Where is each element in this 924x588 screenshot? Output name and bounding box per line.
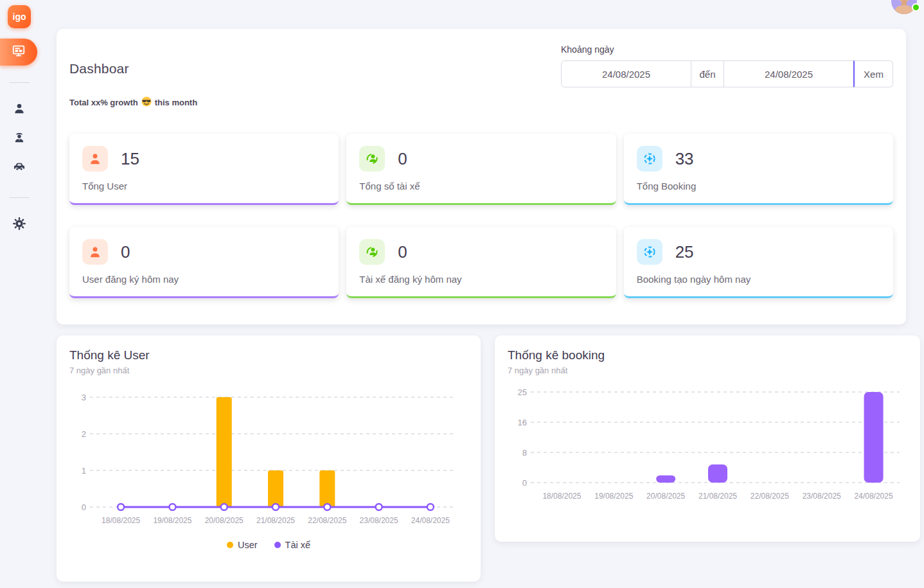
page-title: Dashboar xyxy=(69,61,129,76)
svg-text:2: 2 xyxy=(82,429,86,439)
sidebar-divider xyxy=(9,82,30,83)
stat-label: Booking tạo ngày hôm nay xyxy=(637,274,880,285)
sunglasses-emoji xyxy=(141,96,152,109)
main-content: Dashboar Khoảng ngày 24/08/2025 đến 24/0… xyxy=(57,0,924,582)
svg-text:23/08/2025: 23/08/2025 xyxy=(360,516,398,525)
charts-row: Thống kê User 7 ngày gần nhất 012318/08/… xyxy=(57,335,920,582)
stat-label: Tổng User xyxy=(82,181,326,192)
monitor-icon xyxy=(12,44,26,60)
chart-title: Thống kê booking xyxy=(508,348,907,362)
date-from-input[interactable]: 24/08/2025 xyxy=(561,60,691,87)
svg-text:16: 16 xyxy=(518,418,527,427)
user-stats-chart-card: Thống kê User 7 ngày gần nhất 012318/08/… xyxy=(57,335,481,582)
date-range-label: Khoảng ngày xyxy=(561,44,893,55)
svg-text:0: 0 xyxy=(82,503,86,512)
date-range-block: Khoảng ngày 24/08/2025 đến 24/08/2025 Xe… xyxy=(561,44,893,87)
chart-title: Thống kê User xyxy=(69,348,468,362)
svg-text:3: 3 xyxy=(82,393,86,402)
growth-subtitle: Total xx% growth this month xyxy=(69,96,893,109)
stat-label: Tài xế đăng ký hôm nay xyxy=(359,274,603,285)
sidebar-item-drivers[interactable] xyxy=(12,130,27,146)
driver-sync-icon xyxy=(359,146,385,172)
booking-target-icon xyxy=(637,146,662,172)
app-logo[interactable]: igo xyxy=(8,5,31,28)
car-icon xyxy=(12,159,26,175)
stat-value: 0 xyxy=(121,242,130,262)
sidebar-item-settings[interactable] xyxy=(12,217,27,233)
booking-chart-canvas: 08162518/08/202519/08/202520/08/202521/0… xyxy=(508,384,906,518)
booking-target-icon xyxy=(637,239,662,265)
app-logo-text: igo xyxy=(13,12,26,22)
stat-card-total-drivers: 0 Tổng số tài xế xyxy=(346,134,616,205)
view-button[interactable]: Xem xyxy=(853,60,893,87)
stat-value: 0 xyxy=(398,242,407,262)
user-icon xyxy=(82,239,108,265)
legend-dot xyxy=(274,542,281,548)
svg-text:22/08/2025: 22/08/2025 xyxy=(751,492,789,501)
stat-value: 0 xyxy=(398,149,407,169)
legend-dot xyxy=(227,542,233,548)
sidebar-item-vehicles[interactable] xyxy=(12,159,27,175)
svg-text:8: 8 xyxy=(522,448,527,458)
stat-label: Tổng số tài xế xyxy=(359,181,603,192)
svg-text:24/08/2025: 24/08/2025 xyxy=(855,492,893,501)
dashboard-summary-card: Dashboar Khoảng ngày 24/08/2025 đến 24/0… xyxy=(57,29,906,325)
svg-text:18/08/2025: 18/08/2025 xyxy=(102,516,140,525)
stat-card-total-bookings: 33 Tổng Booking xyxy=(624,134,893,205)
svg-text:22/08/2025: 22/08/2025 xyxy=(308,516,346,525)
stat-value: 33 xyxy=(675,149,694,169)
svg-text:20/08/2025: 20/08/2025 xyxy=(205,516,244,525)
stat-grid: 15 Tổng User 0 Tổng số tài xế xyxy=(69,134,893,298)
stat-card-bookings-today: 25 Booking tạo ngày hôm nay xyxy=(624,227,893,298)
booking-stats-chart-card: Thống kê booking 7 ngày gần nhất 0816251… xyxy=(495,335,920,542)
legend-item-user[interactable]: User xyxy=(227,540,258,550)
sidebar-divider xyxy=(9,197,30,198)
legend-item-driver[interactable]: Tài xế xyxy=(274,540,311,550)
svg-text:24/08/2025: 24/08/2025 xyxy=(411,516,450,525)
stat-card-total-users: 15 Tổng User xyxy=(69,134,339,205)
stat-card-drivers-today: 0 Tài xế đăng ký hôm nay xyxy=(346,227,616,298)
svg-text:21/08/2025: 21/08/2025 xyxy=(256,516,295,525)
user-icon xyxy=(12,102,26,118)
gear-icon xyxy=(12,217,26,233)
sidebar: igo xyxy=(0,0,44,588)
svg-text:1: 1 xyxy=(82,466,86,476)
chart-subtitle: 7 ngày gần nhất xyxy=(508,366,907,375)
user-icon xyxy=(82,146,108,172)
sidebar-item-users[interactable] xyxy=(12,102,27,118)
chart-legend: User Tài xế xyxy=(69,540,468,550)
svg-text:20/08/2025: 20/08/2025 xyxy=(646,492,685,501)
stat-label: User đăng ký hôm nay xyxy=(82,274,326,285)
driver-icon xyxy=(12,130,26,147)
date-to-input[interactable]: 24/08/2025 xyxy=(724,60,854,87)
svg-text:18/08/2025: 18/08/2025 xyxy=(542,492,581,501)
svg-text:0: 0 xyxy=(522,478,527,488)
stat-label: Tổng Booking xyxy=(637,181,880,192)
stat-card-users-today: 0 User đăng ký hôm nay xyxy=(69,227,339,298)
svg-text:19/08/2025: 19/08/2025 xyxy=(594,492,633,501)
svg-text:21/08/2025: 21/08/2025 xyxy=(698,492,737,501)
date-range-separator: đến xyxy=(691,60,724,87)
svg-text:23/08/2025: 23/08/2025 xyxy=(803,492,841,501)
driver-sync-icon xyxy=(359,239,385,265)
sidebar-item-dashboard[interactable] xyxy=(0,39,37,66)
svg-text:25: 25 xyxy=(518,388,527,397)
svg-text:19/08/2025: 19/08/2025 xyxy=(153,516,191,525)
stat-value: 25 xyxy=(675,242,694,262)
stat-value: 15 xyxy=(121,149,139,169)
user-chart-canvas: 012318/08/202519/08/202520/08/202521/08/… xyxy=(69,384,468,533)
chart-subtitle: 7 ngày gần nhất xyxy=(69,366,468,375)
